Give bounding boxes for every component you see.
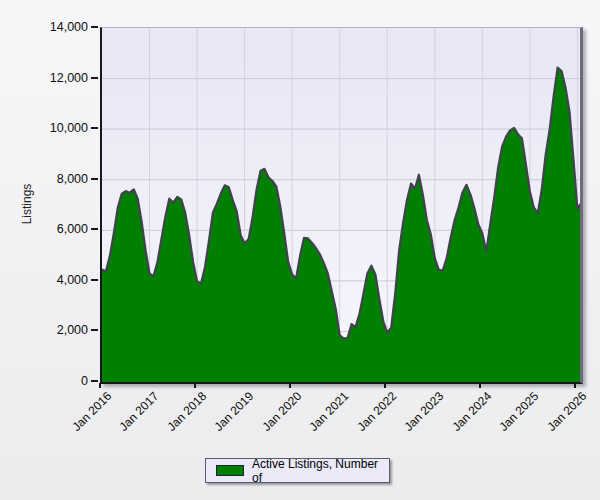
y-axis-tick (91, 329, 98, 331)
y-tick-label: 4,000 (26, 272, 88, 288)
y-axis-tick (91, 77, 98, 79)
y-axis-tick (91, 279, 98, 281)
plot-area (100, 27, 583, 384)
legend-box: Active Listings, Number of (205, 458, 390, 483)
x-axis-tick (99, 383, 101, 388)
x-tick-label: Jan 2018 (164, 389, 209, 434)
x-tick-label: Jan 2017 (117, 389, 162, 434)
x-tick-label: Jan 2023 (402, 389, 447, 434)
x-axis-tick (384, 383, 386, 388)
legend-swatch-icon (216, 465, 244, 476)
y-axis-tick (91, 228, 98, 230)
x-axis-tick (289, 383, 291, 388)
y-axis-title-text: Listings (20, 184, 34, 225)
y-tick-label: 14,000 (26, 19, 88, 35)
y-tick-label: 6,000 (26, 221, 88, 237)
y-tick-label: 10,000 (26, 120, 88, 136)
x-tick-label: Jan 2020 (259, 389, 304, 434)
x-tick-label: Jan 2026 (544, 389, 589, 434)
x-tick-label: Jan 2021 (307, 389, 352, 434)
y-tick-label: 2,000 (26, 322, 88, 338)
x-tick-label: Jan 2025 (497, 389, 542, 434)
x-tick-label: Jan 2024 (449, 389, 494, 434)
x-tick-label: Jan 2022 (354, 389, 399, 434)
legend-label: Active Listings, Number of (252, 457, 389, 485)
y-axis-tick (91, 380, 98, 382)
x-tick-label: Jan 2019 (212, 389, 257, 434)
x-axis-tick (479, 383, 481, 388)
x-tick-label: Jan 2016 (69, 389, 114, 434)
y-axis-tick (91, 178, 98, 180)
y-tick-label: 0 (26, 373, 88, 389)
y-axis-tick (91, 127, 98, 129)
chart-svg (102, 28, 580, 382)
chart-canvas: Listings 02,0004,0006,0008,00010,00012,0… (0, 0, 600, 500)
x-axis-tick (574, 383, 576, 388)
y-tick-label: 12,000 (26, 70, 88, 86)
y-axis-tick (91, 26, 98, 28)
x-axis-tick (194, 383, 196, 388)
y-tick-label: 8,000 (26, 171, 88, 187)
